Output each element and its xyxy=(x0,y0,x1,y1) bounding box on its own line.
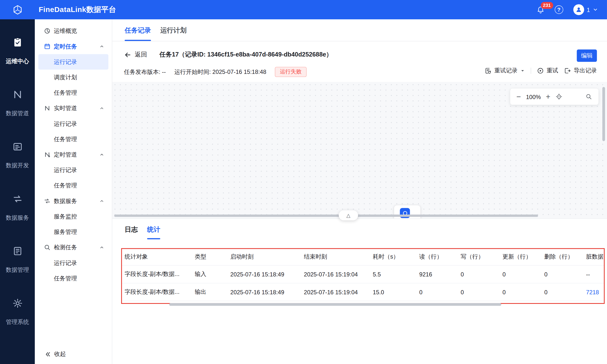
sidebar-item-task-manage[interactable]: 任务管理 xyxy=(35,85,112,101)
zoom-out-button[interactable]: − xyxy=(516,93,521,101)
tab-statistics[interactable]: 统计 xyxy=(147,219,160,240)
collapse-label: 收起 xyxy=(54,351,66,358)
status-badge: 运行失败 xyxy=(275,67,307,77)
table-header-row: 统计对象 类型 启动时刻 结束时刻 耗时（s） 读（行） 写（行） 更新（行） … xyxy=(121,248,605,266)
sidebar-item-run-records[interactable]: 运行记录 xyxy=(35,255,112,271)
sidebar-item-label: 任务管理 xyxy=(54,136,77,143)
dirty-data-link[interactable]: 7218 xyxy=(586,289,605,295)
panel-tabbar: 日志 统计 xyxy=(112,219,607,240)
sidebar-item-task-manage[interactable]: 任务管理 xyxy=(35,271,112,286)
column-header: 写（行） xyxy=(461,253,503,260)
table-horizontal-scrollbar[interactable] xyxy=(169,303,501,306)
retry-record-dropdown[interactable]: 重试记录 xyxy=(485,67,525,74)
tab-logs[interactable]: 日志 xyxy=(125,219,138,240)
sidebar-group-scheduled-pipeline[interactable]: 定时管道 xyxy=(35,147,112,162)
column-header: 统计对象 xyxy=(125,253,195,260)
retry-record-icon xyxy=(485,67,492,74)
pipeline-icon xyxy=(12,89,23,100)
header-row-meta: 任务发布版本: -- 运行开始时间: 2025-07-16 15:18:48 运… xyxy=(124,67,307,77)
zoom-in-button[interactable]: + xyxy=(546,93,550,101)
type-cell: 输出 xyxy=(195,288,230,296)
rail-item-label: 管理系统 xyxy=(6,318,29,326)
tab-label: 任务记录 xyxy=(125,26,151,35)
sidebar-group-label: 实时管道 xyxy=(54,104,77,112)
ops-center-icon xyxy=(12,37,23,48)
rail-item-data-pipeline[interactable]: 数据管道 xyxy=(6,89,29,117)
rail-item-label: 数据服务 xyxy=(6,214,29,221)
chevron-up-icon xyxy=(99,106,104,111)
tab-run-plan[interactable]: 运行计划 xyxy=(160,19,186,41)
rail-item-label: 数据管理 xyxy=(6,266,29,274)
sidebar-item-run-records[interactable]: 运行记录 xyxy=(35,116,112,131)
topbar-actions: 231 ? 1 xyxy=(537,0,598,19)
back-button[interactable]: 返回 xyxy=(124,51,147,59)
sidebar-group-realtime-pipeline[interactable]: 实时管道 xyxy=(35,101,112,116)
dag-canvas[interactable]: − 100% + xyxy=(112,82,607,219)
rail-item-data-manage[interactable]: 数据管理 xyxy=(6,246,29,274)
sidebar-group-data-service[interactable]: 数据服务 xyxy=(35,193,112,209)
sidebar-item-run-records[interactable]: 运行记录 xyxy=(35,162,112,178)
sidebar-item-ops-overview[interactable]: 运维概览 xyxy=(35,23,112,39)
rail-item-ops-center[interactable]: 运维中心 xyxy=(6,37,29,65)
user-label: 1 xyxy=(587,6,590,13)
page-vertical-scrollbar[interactable] xyxy=(602,87,605,141)
sidebar-item-label: 任务管理 xyxy=(54,182,77,189)
canvas-horizontal-scrollbar[interactable] xyxy=(114,215,538,217)
export-records-button[interactable]: 导出记录 xyxy=(564,67,597,74)
sidebar-item-service-manage[interactable]: 服务管理 xyxy=(35,224,112,240)
sidebar-group-detect-task[interactable]: 检测任务 xyxy=(35,240,112,255)
sidebar-group-label: 数据服务 xyxy=(54,197,77,205)
sidebar-item-task-manage[interactable]: 任务管理 xyxy=(35,131,112,147)
column-header: 耗时（s） xyxy=(373,253,419,260)
column-header: 读（行） xyxy=(419,253,460,260)
back-arrow-icon xyxy=(124,51,132,59)
write-rows-cell: 0 xyxy=(461,289,503,295)
stat-object-cell: 字段长度-副本/数据... xyxy=(125,288,195,296)
table-row[interactable]: 字段长度-副本/数据... 输入 2025-07-16 15:18:49 202… xyxy=(121,266,605,284)
sidebar-item-run-records[interactable]: 运行记录 xyxy=(38,54,108,69)
double-chevron-left-icon xyxy=(45,351,51,357)
duration-cell: 15.0 xyxy=(373,289,419,295)
column-header: 结束时刻 xyxy=(304,253,373,260)
help-icon[interactable]: ? xyxy=(555,5,563,14)
retry-button[interactable]: 重试 xyxy=(537,67,558,74)
realtime-pipeline-icon xyxy=(44,105,50,111)
search-icon[interactable] xyxy=(585,93,592,100)
table-row[interactable]: 字段长度-副本/数据... 输出 2025-07-16 15:18:49 202… xyxy=(121,283,605,301)
edit-button[interactable]: 编辑 xyxy=(577,49,597,62)
end-time-cell: 2025-07-16 15:19:04 xyxy=(304,289,373,295)
rail-item-label: 运维中心 xyxy=(6,57,29,65)
export-icon xyxy=(564,67,571,74)
sidebar-collapse-button[interactable]: 收起 xyxy=(45,351,66,358)
rail-item-data-service[interactable]: 数据服务 xyxy=(6,194,29,222)
app-root: FineDataLink数据平台 231 ? 1 xyxy=(0,0,607,364)
column-header: 启动时刻 xyxy=(230,253,304,260)
back-label: 返回 xyxy=(135,51,147,59)
service-exchange-icon xyxy=(44,198,50,204)
sidebar-item-label: 运维概览 xyxy=(54,27,77,35)
panel-collapse-handle[interactable]: △ xyxy=(339,210,358,221)
notification-button[interactable]: 231 xyxy=(537,6,545,14)
sidebar-item-service-monitor[interactable]: 服务监控 xyxy=(35,209,112,224)
rail-item-admin-system[interactable]: 管理系统 xyxy=(6,298,29,326)
person-icon xyxy=(575,6,582,13)
read-rows-cell: 0 xyxy=(419,289,460,295)
scheduled-pipeline-icon xyxy=(44,151,50,157)
sidebar-item-label: 运行记录 xyxy=(54,259,77,267)
sidebar-group-label: 检测任务 xyxy=(54,244,77,251)
sidebar-item-task-manage[interactable]: 任务管理 xyxy=(35,178,112,193)
column-header: 类型 xyxy=(195,253,230,260)
sidebar-item-label: 任务管理 xyxy=(54,89,77,96)
user-menu[interactable]: 1 xyxy=(573,4,598,15)
gauge-icon xyxy=(44,28,50,34)
divider xyxy=(531,67,531,74)
sidebar-group-scheduled-task[interactable]: 定时任务 xyxy=(35,39,112,54)
sidebar-item-schedule-plan[interactable]: 调度计划 xyxy=(35,69,112,85)
retry-label: 重试 xyxy=(547,67,558,74)
notification-count-badge: 231 xyxy=(541,2,553,9)
app-logo[interactable] xyxy=(0,4,35,15)
locate-icon[interactable] xyxy=(555,93,562,100)
tab-task-records[interactable]: 任务记录 xyxy=(125,19,151,41)
avatar xyxy=(573,4,584,15)
rail-item-data-dev[interactable]: 数据开发 xyxy=(6,141,29,169)
